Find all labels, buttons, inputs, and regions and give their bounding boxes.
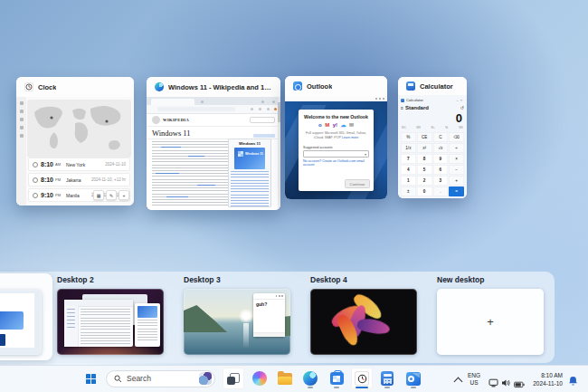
clock-app-button[interactable] [351, 368, 373, 389]
explorer-sidebar [64, 306, 79, 347]
link-line [166, 196, 188, 197]
calc-key[interactable]: − [449, 165, 464, 175]
network-icon[interactable] [488, 375, 498, 391]
calc-key[interactable]: 4 [401, 165, 416, 175]
toolbar-dot [267, 108, 270, 110]
calc-key[interactable]: × [449, 154, 464, 164]
wikipedia-logo-icon [152, 116, 160, 124]
suggested-account-input[interactable]: ▾ [303, 150, 369, 158]
calc-key[interactable]: 7 [401, 154, 416, 164]
calc-key[interactable]: 2 [417, 176, 432, 186]
scrollbar[interactable] [278, 97, 280, 210]
calculator-mini-icon [401, 99, 404, 102]
battery-icon[interactable] [514, 376, 525, 392]
copilot-button[interactable] [249, 368, 270, 389]
calc-key[interactable]: 8 [417, 154, 432, 164]
calc-key[interactable]: ⌫ [449, 132, 464, 142]
running-indicator [308, 387, 313, 388]
browser-tab-bar [147, 97, 280, 105]
continue-button[interactable]: Continue [345, 179, 370, 188]
notepad-window: guh? [253, 293, 285, 337]
tab-dot [272, 100, 275, 103]
edge-button[interactable] [299, 368, 321, 389]
edit-button[interactable]: ✎ [106, 190, 117, 200]
wikipedia-wordmark: WIKIPEDIA [163, 118, 189, 122]
grid-view-button[interactable]: ▦ [93, 190, 104, 200]
windows-logo-icon [238, 151, 243, 157]
window-thumbnail-calculator[interactable]: Calculator Calculator –× ≡ Standard ↺ 0 … [398, 77, 467, 198]
create-account-link[interactable]: No account? Create an Outlook.com email … [303, 159, 369, 167]
calc-key[interactable]: 0 [417, 186, 432, 196]
add-clock-button[interactable]: + [119, 190, 129, 200]
windows11-screenshot-image: Windows 11 [234, 148, 265, 169]
start-button[interactable] [86, 374, 96, 384]
calc-key[interactable]: CE [417, 132, 432, 142]
memory-key[interactable]: MC [402, 126, 406, 131]
volume-icon[interactable] [501, 375, 510, 391]
clock-meridiem: AM [55, 162, 61, 167]
desktop-2-thumbnail[interactable] [57, 289, 164, 355]
calc-key[interactable]: % [401, 132, 416, 142]
link-line [188, 156, 204, 157]
desktop-1-thumbnail[interactable] [0, 290, 42, 355]
field-label: Suggested accounts [303, 146, 369, 149]
taskbar-search[interactable]: Search [106, 370, 215, 387]
window-title: Outlook [307, 82, 332, 91]
chevron-down-icon: ▾ [365, 152, 366, 157]
window-thumbnail-edge[interactable]: Windows 11 - Wikipedia and 1 more... WIK… [147, 77, 280, 210]
search-placeholder: Search [127, 374, 151, 383]
memory-key[interactable]: MS [459, 126, 463, 131]
tray-expand-button[interactable] [454, 378, 463, 387]
outlook-button[interactable] [403, 368, 424, 389]
clock-date: 2024-11-10, +12 hr [91, 177, 126, 182]
explorer-content [81, 309, 130, 344]
calc-key[interactable]: + [449, 176, 464, 186]
language-indicator[interactable]: ENG US [468, 372, 480, 387]
file-explorer-button[interactable] [274, 368, 296, 389]
memory-key[interactable]: M- [445, 126, 449, 131]
task-view-screen: Clock 8:10 AM [0, 0, 588, 392]
infobox-title: Windows 11 [231, 141, 269, 146]
desktop-3-thumbnail[interactable]: guh? [184, 289, 290, 355]
calc-key[interactable]: 1 [401, 176, 416, 186]
memory-key[interactable]: MR [416, 126, 421, 131]
copilot-icon [252, 371, 267, 386]
window-thumbnail-clock[interactable]: Clock 8:10 AM [16, 77, 134, 206]
calc-key[interactable]: √x [433, 143, 449, 153]
desktop-3-label: Desktop 3 [184, 275, 221, 284]
new-desktop-button[interactable]: + [437, 289, 544, 355]
calc-key[interactable]: ÷ [449, 143, 464, 153]
clock-date: 2024-11-10 [105, 162, 126, 167]
world-clock-row[interactable]: 8:10 PM Jakarta 2024-11-10, +12 hr [28, 173, 130, 186]
store-button[interactable] [326, 368, 347, 389]
calculator-icon [406, 81, 415, 91]
microsoft-store-icon [330, 372, 344, 385]
tray-clock[interactable]: 8:10 AM 2024-11-10 [525, 372, 563, 388]
abstract-petal [356, 316, 391, 336]
memory-key[interactable]: M+ [431, 126, 435, 131]
hamburger-icon[interactable]: ≡ [401, 105, 403, 110]
window-titlebar: Calculator [398, 77, 467, 95]
equals-key[interactable]: = [449, 186, 464, 196]
calc-key[interactable]: 9 [433, 154, 449, 164]
calc-key[interactable]: C [433, 132, 449, 142]
world-clock-row[interactable]: 8:10 AM New York 2024-11-10 [28, 158, 130, 171]
clock-time: 8:10 [41, 177, 53, 183]
calc-key[interactable]: 1/x [401, 143, 416, 153]
calc-key[interactable]: 3 [433, 176, 449, 186]
window-thumbnail-outlook[interactable]: Outlook Welcome to the new Outlook o M y… [285, 76, 387, 199]
outlook-body: Welcome to the new Outlook o M y! ☁ ✉ Fu… [285, 96, 387, 199]
history-icon[interactable]: ↺ [460, 105, 464, 110]
notifications-button[interactable] [568, 374, 578, 390]
active-tab [151, 99, 194, 105]
task-view-button[interactable] [223, 368, 244, 389]
calc-key[interactable]: x² [417, 143, 432, 153]
calc-key[interactable]: 5 [417, 165, 432, 175]
learn-more-link[interactable]: Learn more [342, 136, 358, 139]
calc-key[interactable]: ± [401, 186, 416, 196]
calc-key[interactable]: . [433, 186, 449, 196]
calculator-button[interactable] [376, 368, 398, 389]
browser-body: WIKIPEDIA Windows 11 Windows 11 [147, 97, 280, 210]
calc-key[interactable]: 6 [433, 165, 449, 175]
desktop-4-thumbnail[interactable] [310, 289, 417, 355]
